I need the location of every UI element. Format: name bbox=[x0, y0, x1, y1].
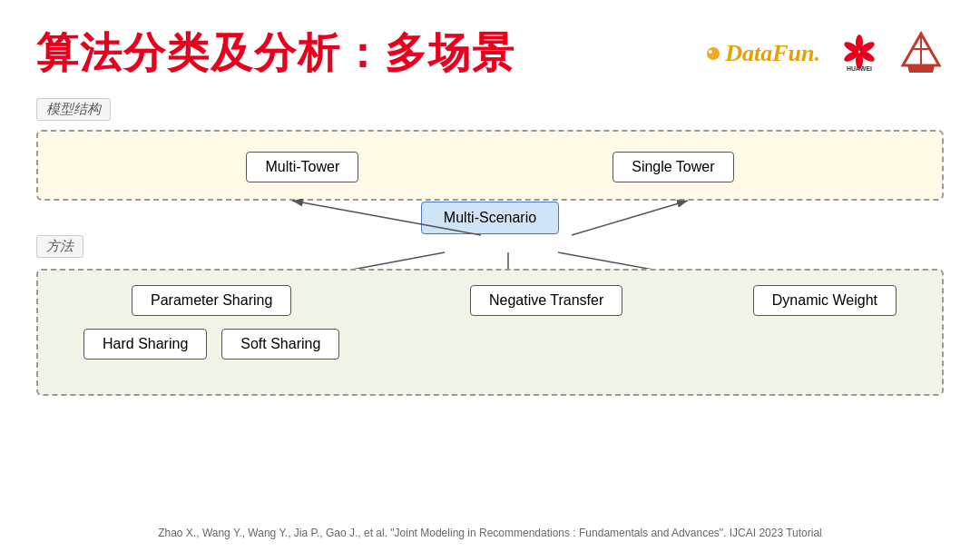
svg-marker-12 bbox=[907, 65, 935, 73]
parameter-sharing-node: Parameter Sharing bbox=[132, 285, 291, 316]
method-box: Parameter Sharing Hard Sharing Soft Shar… bbox=[36, 269, 944, 396]
footer-citation: Zhao X., Wang Y., Wang Y., Jia P., Gao J… bbox=[0, 527, 980, 539]
multi-scenario-node: Multi-Scenario bbox=[421, 202, 559, 234]
logos-area: DataFun. HUAWEI bbox=[705, 29, 944, 78]
parameter-sharing-group: Parameter Sharing Hard Sharing Soft Shar… bbox=[83, 285, 339, 360]
negative-transfer-group: Negative Transfer bbox=[470, 285, 622, 316]
single-tower-node: Single Tower bbox=[612, 152, 733, 182]
header: 算法分类及分析：多场景 DataFun. bbox=[36, 25, 944, 82]
datafun-text: DataFun. bbox=[725, 40, 820, 67]
model-structure-label: 模型结构 bbox=[36, 98, 944, 128]
svg-point-0 bbox=[707, 47, 720, 60]
svg-point-1 bbox=[709, 50, 712, 54]
ship-logo bbox=[898, 29, 944, 78]
multi-scenario-row: Multi-Scenario bbox=[36, 201, 944, 235]
diagram-area: Multi-Tower Single Tower bbox=[36, 130, 944, 396]
huawei-logo: HUAWEI bbox=[837, 29, 882, 78]
negative-transfer-node: Negative Transfer bbox=[470, 285, 622, 316]
dynamic-weight-node: Dynamic Weight bbox=[753, 285, 897, 316]
page: 算法分类及分析：多场景 DataFun. bbox=[0, 0, 980, 552]
page-title: 算法分类及分析：多场景 bbox=[36, 25, 515, 82]
huawei-logo-icon: HUAWEI bbox=[837, 29, 882, 74]
soft-sharing-node: Soft Sharing bbox=[221, 329, 339, 360]
svg-text:HUAWEI: HUAWEI bbox=[847, 65, 872, 72]
ship-logo-icon bbox=[898, 29, 944, 74]
multi-tower-node: Multi-Tower bbox=[246, 152, 358, 182]
datafun-dot-icon bbox=[705, 45, 721, 62]
dynamic-weight-group: Dynamic Weight bbox=[753, 285, 897, 316]
model-structure-box: Multi-Tower Single Tower bbox=[36, 130, 944, 201]
sharing-sub-nodes: Hard Sharing Soft Sharing bbox=[83, 329, 339, 360]
method-label: 方法 bbox=[36, 235, 944, 265]
hard-sharing-node: Hard Sharing bbox=[83, 329, 207, 360]
datafun-logo: DataFun. bbox=[705, 40, 820, 67]
